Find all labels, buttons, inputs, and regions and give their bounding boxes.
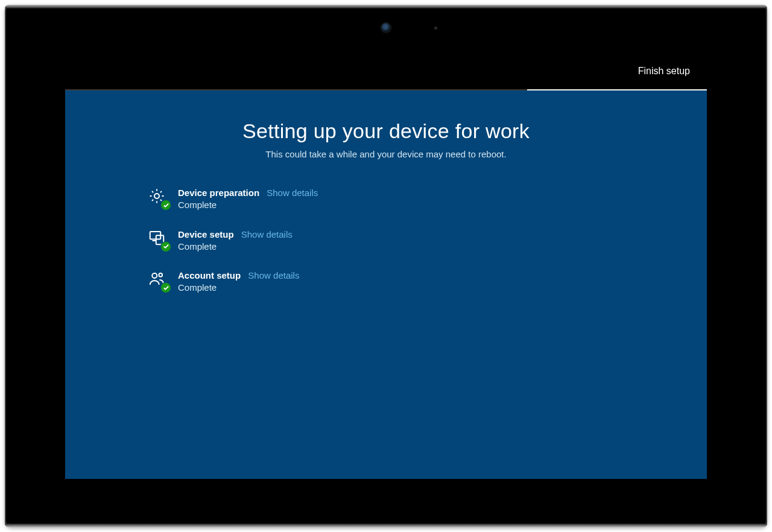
show-details-link[interactable]: Show details [248, 270, 299, 280]
device-edge-bottom [5, 524, 767, 527]
show-details-link[interactable]: Show details [267, 188, 318, 198]
camera-icon [381, 23, 391, 33]
step-status: Complete [178, 241, 293, 253]
gear-icon [148, 187, 169, 209]
svg-point-4 [159, 273, 162, 277]
step-device-setup: Device setup Show details Complete [148, 229, 534, 253]
sensor-dot-icon [434, 27, 437, 30]
step-account-setup: Account setup Show details Complete [148, 270, 534, 294]
device-edge-top [5, 5, 767, 8]
oobe-panel: Setting up your device for work This cou… [65, 90, 707, 479]
progress-bar [65, 89, 707, 90]
screen: Finish setup Setting up your device for … [65, 53, 707, 479]
device-frame: Finish setup Setting up your device for … [5, 5, 767, 527]
check-badge-icon [161, 283, 171, 293]
step-title: Device preparation [178, 188, 259, 198]
show-details-link[interactable]: Show details [241, 229, 293, 239]
page-title: Setting up your device for work [242, 119, 530, 143]
step-title: Device setup [178, 229, 234, 239]
step-title: Account setup [178, 270, 241, 280]
check-badge-icon [161, 200, 171, 210]
devices-icon [148, 229, 169, 250]
people-icon [148, 270, 169, 291]
step-device-preparation: Device preparation Show details Complete [148, 187, 534, 212]
topbar: Finish setup [65, 53, 707, 90]
svg-point-3 [152, 273, 157, 278]
steps-list: Device preparation Show details Complete [148, 187, 534, 294]
step-status: Complete [178, 199, 318, 211]
page-subtitle: This could take a while and your device … [265, 149, 506, 159]
phase-label: Finish setup [638, 66, 690, 77]
step-status: Complete [178, 282, 299, 294]
svg-point-0 [154, 194, 159, 198]
check-badge-icon [161, 242, 171, 252]
